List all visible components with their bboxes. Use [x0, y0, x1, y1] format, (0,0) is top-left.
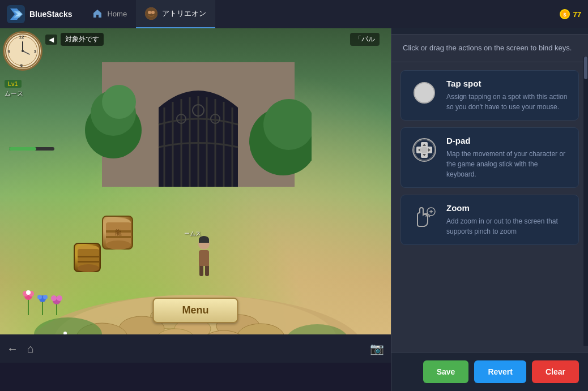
hud-bar: ◀ 対象外です [45, 33, 104, 46]
char-leg-right [205, 266, 209, 276]
revert-button[interactable]: Revert [474, 360, 526, 383]
zoom-icon-wrapper [410, 203, 438, 231]
tap-spot-info: Tap spot Assign tapping on a spot with t… [446, 79, 569, 112]
char-head [198, 238, 210, 250]
svg-text:6: 6 [20, 63, 23, 68]
character-sprite: ームス [193, 238, 215, 278]
svg-point-82 [57, 295, 62, 301]
char-hp-fill [9, 147, 36, 151]
gate-svg [85, 28, 312, 187]
dpad-icon-wrapper [410, 136, 438, 164]
tab-home-label: Home [107, 10, 127, 18]
character-label: ームス [184, 230, 201, 238]
clock: 12 3 6 9 [3, 31, 42, 71]
dpad-desc: Map the movement of your character or th… [446, 149, 569, 179]
game-area: 12 3 6 9 ◀ 対象外です 「パル Lv1 ムース [0, 28, 391, 363]
svg-text:$: $ [563, 12, 566, 18]
bottom-bar: ← ⌂ 📷 [0, 334, 391, 363]
svg-rect-68 [78, 261, 99, 263]
svg-point-69 [78, 264, 99, 272]
svg-point-58 [22, 50, 24, 52]
scrollbar-thumb[interactable] [584, 57, 587, 79]
char-hp-bar [9, 147, 54, 151]
svg-point-77 [37, 295, 42, 299]
svg-text:龍: 龍 [115, 229, 122, 237]
dpad-icon [412, 138, 437, 162]
home-icon [92, 8, 103, 19]
bluestacks-icon [7, 5, 25, 23]
char-level: Lv1 [5, 80, 22, 88]
tap-spot-desc: Assign tapping on a spot with this actio… [446, 92, 569, 112]
zoom-desc: Add zoom in or out to the screen that su… [446, 216, 569, 237]
bluestacks-logo: BlueStacks [0, 5, 79, 23]
zoom-icon [412, 205, 437, 230]
svg-text:9: 9 [8, 49, 11, 54]
tap-spot-icon [414, 82, 435, 104]
svg-point-5 [148, 11, 151, 14]
speech-text: 「パル [350, 33, 380, 46]
tab-home[interactable]: Home [83, 0, 136, 28]
char-name: ムース [5, 89, 23, 98]
zoom-card[interactable]: Zoom Add zoom in or out to the screen th… [400, 195, 579, 245]
panel-description: Click or drag the actions on the screen … [391, 35, 588, 62]
svg-point-74 [26, 290, 31, 295]
advanced-controls-panel: Advanced game controls × Click or drag t… [391, 0, 588, 391]
dpad-title: D-pad [446, 136, 569, 145]
zoom-info: Zoom Add zoom in or out to the screen th… [446, 203, 569, 237]
flowers [11, 270, 79, 317]
coin-icon: $ [560, 9, 570, 19]
svg-point-78 [43, 295, 48, 299]
svg-point-89 [421, 147, 428, 153]
coin-value: 77 [573, 10, 581, 19]
game-tab-icon [145, 7, 157, 20]
char-legs [199, 266, 209, 276]
char-body [199, 250, 209, 266]
dpad-card[interactable]: D-pad Map the movement of your character… [400, 127, 579, 188]
svg-point-81 [51, 295, 57, 301]
save-button[interactable]: Save [423, 360, 469, 383]
top-bar: BlueStacks Home アトリエオン [0, 0, 588, 28]
svg-point-4 [145, 7, 157, 20]
svg-text:12: 12 [19, 35, 24, 40]
panel-footer: Save Revert Clear [391, 352, 588, 391]
app-name: BlueStacks [29, 10, 72, 19]
tap-spot-card[interactable]: Tap spot Assign tapping on a spot with t… [400, 70, 579, 121]
back-icon[interactable]: ← [7, 342, 18, 355]
svg-point-63 [106, 240, 131, 250]
barrel-2 [74, 243, 101, 272]
scrollbar-track[interactable] [583, 57, 588, 346]
coin-area: $ 77 [560, 9, 588, 19]
tap-spot-title: Tap spot [446, 79, 569, 88]
home-icon[interactable]: ⌂ [27, 342, 34, 355]
bottom-right-icons: 📷 [370, 342, 384, 355]
menu-button[interactable]: Menu [153, 298, 238, 323]
svg-point-6 [151, 11, 155, 14]
char-leg-left [199, 266, 203, 276]
screenshot-icon[interactable]: 📷 [370, 342, 384, 355]
tap-spot-icon-wrapper [410, 79, 438, 107]
char-info: Lv1 ムース [5, 78, 23, 98]
back-arrow[interactable]: ◀ [45, 35, 57, 45]
clear-button[interactable]: Clear [532, 360, 579, 383]
tab-game-label: アトリエオン [162, 8, 206, 19]
status-text: 対象外です [61, 33, 104, 46]
panel-content: Tap spot Assign tapping on a spot with t… [391, 62, 588, 353]
svg-rect-67 [78, 256, 99, 257]
nav-tabs: Home アトリエオン [83, 0, 215, 28]
svg-text:3: 3 [34, 49, 37, 54]
game-gate [85, 28, 312, 187]
zoom-title: Zoom [446, 203, 569, 213]
tab-game[interactable]: アトリエオン [136, 0, 215, 28]
svg-point-26 [102, 85, 136, 119]
dpad-info: D-pad Map the movement of your character… [446, 136, 569, 179]
barrel-1: 龍 [102, 216, 133, 250]
char-hair [199, 236, 209, 243]
